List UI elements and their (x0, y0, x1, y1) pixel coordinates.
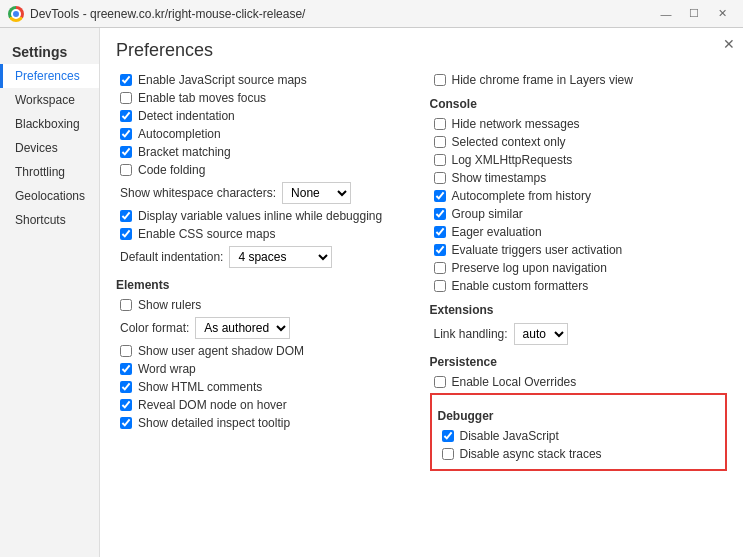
hide-chrome-frame-checkbox[interactable] (434, 74, 446, 86)
detect-indent-label[interactable]: Detect indentation (138, 109, 235, 123)
dom-node-hover-checkbox[interactable] (120, 399, 132, 411)
show-timestamps-checkbox[interactable] (434, 172, 446, 184)
eval-triggers-row: Evaluate triggers user activation (434, 243, 728, 257)
show-timestamps-label[interactable]: Show timestamps (452, 171, 547, 185)
sidebar-item-throttling[interactable]: Throttling (0, 160, 99, 184)
content-area[interactable]: ✕ Preferences Enable JavaScript source m… (100, 28, 743, 557)
debugger-section-title: Debugger (438, 409, 720, 423)
show-rulers-checkbox[interactable] (120, 299, 132, 311)
link-handling-row: Link handling: auto ask off (434, 323, 728, 345)
local-overrides-checkbox[interactable] (434, 376, 446, 388)
detect-indent-checkbox[interactable] (120, 110, 132, 122)
whitespace-label: Show whitespace characters: (120, 186, 276, 200)
whitespace-select[interactable]: None All Trailing (282, 182, 351, 204)
minimize-button[interactable]: — (653, 4, 679, 24)
show-shadow-label[interactable]: Show user agent shadow DOM (138, 344, 304, 358)
autocomplete-history-checkbox[interactable] (434, 190, 446, 202)
show-rulers-label[interactable]: Show rulers (138, 298, 201, 312)
indent-label: Default indentation: (120, 250, 223, 264)
indent-row: Default indentation: 2 spaces 4 spaces 8… (120, 246, 414, 268)
code-folding-row: Code folding (120, 163, 414, 177)
inspect-tooltip-checkbox[interactable] (120, 417, 132, 429)
indent-select[interactable]: 2 spaces 4 spaces 8 spaces Tab character (229, 246, 332, 268)
disable-js-label[interactable]: Disable JavaScript (460, 429, 559, 443)
group-similar-label[interactable]: Group similar (452, 207, 523, 221)
page-title: Preferences (100, 28, 743, 69)
sidebar-item-devices[interactable]: Devices (0, 136, 99, 160)
css-source-label[interactable]: Enable CSS source maps (138, 227, 275, 241)
inspect-tooltip-label[interactable]: Show detailed inspect tooltip (138, 416, 290, 430)
autocomplete-history-row: Autocomplete from history (434, 189, 728, 203)
js-source-maps-checkbox[interactable] (120, 74, 132, 86)
sidebar-title: Settings (0, 36, 99, 64)
titlebar-controls: — ☐ ✕ (653, 4, 735, 24)
eager-eval-label[interactable]: Eager evaluation (452, 225, 542, 239)
custom-formatters-row: Enable custom formatters (434, 279, 728, 293)
preserve-log-row: Preserve log upon navigation (434, 261, 728, 275)
selected-context-label[interactable]: Selected context only (452, 135, 566, 149)
titlebar-left: DevTools - qreenew.co.kr/right-mouse-cli… (8, 6, 305, 22)
autocomplete-history-label[interactable]: Autocomplete from history (452, 189, 591, 203)
eval-triggers-checkbox[interactable] (434, 244, 446, 256)
show-rulers-row: Show rulers (120, 298, 414, 312)
extensions-section-title: Extensions (430, 303, 728, 317)
eager-eval-checkbox[interactable] (434, 226, 446, 238)
html-comments-label[interactable]: Show HTML comments (138, 380, 262, 394)
code-folding-label[interactable]: Code folding (138, 163, 205, 177)
sidebar-item-shortcuts[interactable]: Shortcuts (0, 208, 99, 232)
local-overrides-row: Enable Local Overrides (434, 375, 728, 389)
elements-section-title: Elements (116, 278, 414, 292)
hide-network-checkbox[interactable] (434, 118, 446, 130)
tab-focus-checkbox[interactable] (120, 92, 132, 104)
debug-inline-checkbox[interactable] (120, 210, 132, 222)
hide-network-label[interactable]: Hide network messages (452, 117, 580, 131)
css-source-row: Enable CSS source maps (120, 227, 414, 241)
eval-triggers-label[interactable]: Evaluate triggers user activation (452, 243, 623, 257)
js-source-maps-row: Enable JavaScript source maps (120, 73, 414, 87)
disable-async-checkbox[interactable] (442, 448, 454, 460)
js-source-maps-label[interactable]: Enable JavaScript source maps (138, 73, 307, 87)
log-xmlhttp-label[interactable]: Log XMLHttpRequests (452, 153, 573, 167)
code-folding-checkbox[interactable] (120, 164, 132, 176)
dom-node-hover-row: Reveal DOM node on hover (120, 398, 414, 412)
sidebar-item-geolocations[interactable]: Geolocations (0, 184, 99, 208)
color-format-row: Color format: As authored hex rgb hsl (120, 317, 414, 339)
dom-node-hover-label[interactable]: Reveal DOM node on hover (138, 398, 287, 412)
selected-context-checkbox[interactable] (434, 136, 446, 148)
bracket-match-label[interactable]: Bracket matching (138, 145, 231, 159)
disable-js-checkbox[interactable] (442, 430, 454, 442)
persistence-section-title: Persistence (430, 355, 728, 369)
group-similar-checkbox[interactable] (434, 208, 446, 220)
html-comments-checkbox[interactable] (120, 381, 132, 393)
bracket-match-checkbox[interactable] (120, 146, 132, 158)
word-wrap-label[interactable]: Word wrap (138, 362, 196, 376)
preserve-log-label[interactable]: Preserve log upon navigation (452, 261, 607, 275)
hide-network-row: Hide network messages (434, 117, 728, 131)
css-source-checkbox[interactable] (120, 228, 132, 240)
maximize-button[interactable]: ☐ (681, 4, 707, 24)
custom-formatters-label[interactable]: Enable custom formatters (452, 279, 589, 293)
hide-chrome-frame-row: Hide chrome frame in Layers view (434, 73, 728, 87)
link-handling-select[interactable]: auto ask off (514, 323, 568, 345)
word-wrap-checkbox[interactable] (120, 363, 132, 375)
color-format-select[interactable]: As authored hex rgb hsl (195, 317, 290, 339)
autocompletion-label[interactable]: Autocompletion (138, 127, 221, 141)
sidebar-item-blackboxing[interactable]: Blackboxing (0, 112, 99, 136)
custom-formatters-checkbox[interactable] (434, 280, 446, 292)
debug-inline-label[interactable]: Display variable values inline while deb… (138, 209, 382, 223)
preserve-log-checkbox[interactable] (434, 262, 446, 274)
tab-focus-label[interactable]: Enable tab moves focus (138, 91, 266, 105)
sidebar-item-preferences[interactable]: Preferences (0, 64, 99, 88)
log-xmlhttp-checkbox[interactable] (434, 154, 446, 166)
close-window-button[interactable]: ✕ (709, 4, 735, 24)
disable-async-row: Disable async stack traces (442, 447, 720, 461)
show-shadow-checkbox[interactable] (120, 345, 132, 357)
close-settings-button[interactable]: ✕ (723, 36, 735, 52)
tab-focus-row: Enable tab moves focus (120, 91, 414, 105)
hide-chrome-frame-label[interactable]: Hide chrome frame in Layers view (452, 73, 633, 87)
sidebar-item-workspace[interactable]: Workspace (0, 88, 99, 112)
autocompletion-checkbox[interactable] (120, 128, 132, 140)
local-overrides-label[interactable]: Enable Local Overrides (452, 375, 577, 389)
whitespace-row: Show whitespace characters: None All Tra… (120, 182, 414, 204)
disable-async-label[interactable]: Disable async stack traces (460, 447, 602, 461)
